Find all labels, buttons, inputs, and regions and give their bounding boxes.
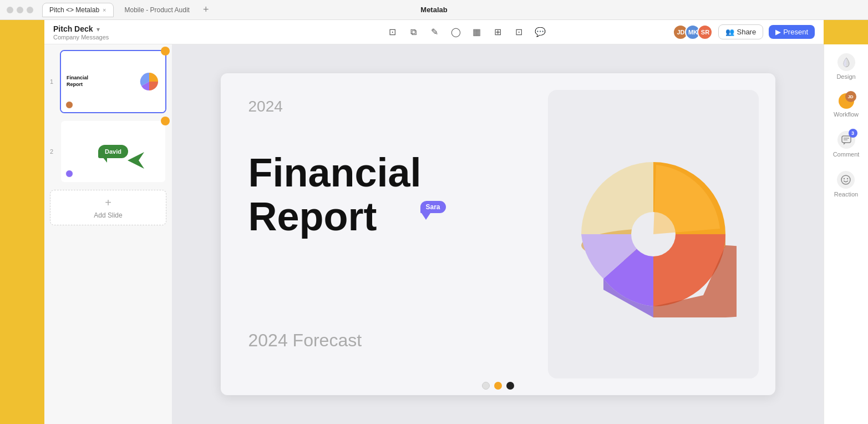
close-icon[interactable]: × xyxy=(103,7,106,13)
comment-panel-item[interactable]: 3 Comment xyxy=(833,131,860,158)
crop-tool[interactable]: ⊡ xyxy=(511,24,527,40)
slide-1-avatars xyxy=(65,101,73,109)
chart-tool[interactable]: ▦ xyxy=(469,24,485,40)
slide-2-orange-dot xyxy=(161,117,170,125)
maximize-btn[interactable] xyxy=(27,7,33,13)
toolbar-tools: ⊡ ⧉ ✎ ◯ ▦ ⊞ ⊡ 💬 xyxy=(260,24,673,40)
david-bubble-arrow xyxy=(103,157,107,163)
close-btn[interactable] xyxy=(7,7,13,13)
slide-2-num: 2 xyxy=(50,148,53,155)
slide-1-num: 1 xyxy=(50,78,53,85)
toolbar: Pitch Deck ▾ Company Messages ⊡ ⧉ ✎ ◯ ▦ … xyxy=(44,20,824,44)
svg-rect-4 xyxy=(842,136,851,143)
svg-marker-1 xyxy=(128,152,144,169)
dot-2[interactable] xyxy=(494,382,502,390)
tab-active-label: Pitch <> Metalab xyxy=(49,6,99,14)
thumb-avatar-1 xyxy=(65,101,73,109)
right-panel: Design JD Workflow 3 Comment xyxy=(824,44,868,424)
thumb-avatar-2 xyxy=(65,170,73,178)
add-slide-button[interactable]: + Add Slide xyxy=(50,190,166,225)
minimize-btn[interactable] xyxy=(17,7,23,13)
slide-1-thumb[interactable]: 1 FinancialReport xyxy=(60,50,166,113)
slide-subtitle: 2024 Forecast xyxy=(248,330,362,351)
david-label: David xyxy=(105,148,121,155)
slide-2-content: David xyxy=(61,121,165,182)
reaction-icon xyxy=(837,171,855,189)
comment-label: Comment xyxy=(833,151,860,158)
dot-1[interactable] xyxy=(482,382,490,390)
sara-label: Sara xyxy=(420,201,446,213)
slide-title-line1: Financial xyxy=(248,150,422,195)
design-icon xyxy=(837,53,855,71)
cursor-pointer xyxy=(422,213,430,220)
slide-title-line2: Report xyxy=(248,194,377,239)
slide-canvas[interactable]: 2024 Financial Report Sara 2024 Forecast xyxy=(221,73,775,395)
comment-icon: 3 xyxy=(837,131,855,149)
share-label: Share xyxy=(737,28,756,36)
toolbar-title-group: Pitch Deck ▾ Company Messages xyxy=(53,24,109,41)
slide-main-title: Financial Report xyxy=(248,151,422,239)
share-icon: 👥 xyxy=(725,28,734,36)
dot-3[interactable] xyxy=(506,382,514,390)
slide-1-pie xyxy=(139,71,160,92)
present-label: Present xyxy=(783,28,808,36)
share-button[interactable]: 👥 Share xyxy=(718,24,763,39)
slide-1-text: FinancialReport xyxy=(67,75,88,88)
canvas-area: 2024 Financial Report Sara 2024 Forecast xyxy=(172,44,824,424)
comment-tool[interactable]: 💬 xyxy=(532,24,548,40)
comment-badge: 3 xyxy=(849,129,857,138)
app-title: Metalab xyxy=(420,6,447,14)
tab-mobile-audit[interactable]: Mobile - Product Audit xyxy=(118,3,196,17)
copy-tool[interactable]: ⧉ xyxy=(406,24,422,40)
add-slide-label: Add Slide xyxy=(94,211,122,219)
pie-chart-svg xyxy=(570,151,737,317)
present-button[interactable]: ▶ Present xyxy=(769,25,815,39)
svg-point-8 xyxy=(844,178,845,179)
plus-icon: + xyxy=(105,196,111,209)
svg-point-9 xyxy=(847,178,848,179)
toolbar-subtitle: Company Messages xyxy=(53,34,109,41)
toolbar-title: Pitch Deck xyxy=(53,24,93,33)
workflow-panel-item[interactable]: JD Workflow xyxy=(834,93,859,118)
slide-1-inner: FinancialReport xyxy=(60,50,166,113)
left-yellow-bg xyxy=(0,20,44,424)
svg-point-7 xyxy=(841,175,850,184)
design-panel-item[interactable]: Design xyxy=(836,53,855,80)
pie-chart-area xyxy=(548,90,759,378)
frame-tool[interactable]: ⊡ xyxy=(385,24,400,40)
slide-1-orange-dot xyxy=(161,47,170,55)
slide-2-thumb[interactable]: 2 David xyxy=(60,120,166,183)
sara-cursor: Sara xyxy=(420,201,446,220)
tab-pitch-metalab[interactable]: Pitch <> Metalab × xyxy=(42,3,114,17)
tab-add-button[interactable]: + xyxy=(201,4,211,16)
slide-year: 2024 xyxy=(248,98,283,115)
play-icon: ▶ xyxy=(775,28,781,36)
toolbar-right: JD MK SR 👥 Share ▶ Present xyxy=(673,24,815,40)
edit-tool[interactable]: ✎ xyxy=(427,24,443,40)
collaborator-avatars: JD MK SR xyxy=(673,24,713,40)
design-label: Design xyxy=(836,73,855,80)
dot-indicators xyxy=(482,382,514,390)
chevron-down-icon[interactable]: ▾ xyxy=(97,26,100,33)
slide-1-content: FinancialReport xyxy=(61,51,165,112)
reaction-panel-item[interactable]: Reaction xyxy=(834,171,858,198)
slide-2-inner: David xyxy=(60,120,166,183)
workflow-avatar: JD xyxy=(845,91,856,102)
toolbar-left: Pitch Deck ▾ Company Messages xyxy=(53,24,260,41)
workflow-label: Workflow xyxy=(834,111,859,118)
avatar-3: SR xyxy=(697,24,713,40)
window-controls xyxy=(7,7,33,13)
david-bubble: David xyxy=(98,145,128,158)
circle-tool[interactable]: ◯ xyxy=(448,24,464,40)
reaction-label: Reaction xyxy=(834,191,858,198)
titlebar: Pitch <> Metalab × Mobile - Product Audi… xyxy=(0,0,868,20)
tab-inactive-label: Mobile - Product Audit xyxy=(125,6,190,14)
table-tool[interactable]: ⊞ xyxy=(490,24,506,40)
slides-panel: 1 FinancialReport xyxy=(44,44,172,424)
